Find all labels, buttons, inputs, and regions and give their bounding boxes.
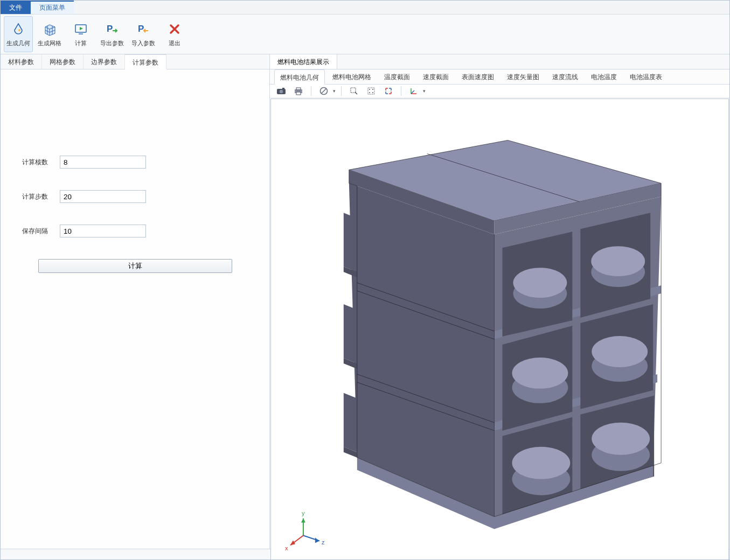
3d-viewport[interactable]: y x z bbox=[270, 99, 729, 560]
svg-point-53 bbox=[592, 336, 648, 367]
ribbon-export-params[interactable]: P 导出参数 bbox=[98, 16, 127, 52]
droplet-icon bbox=[10, 21, 26, 37]
print-icon[interactable] bbox=[291, 85, 305, 97]
ribbon-import-params[interactable]: P 导入参数 bbox=[129, 16, 158, 52]
compute-button[interactable]: 计算 bbox=[38, 259, 232, 273]
p-import-icon: P bbox=[135, 21, 151, 37]
p-export-icon: P bbox=[104, 21, 120, 37]
tab-result-display[interactable]: 燃料电池结果展示 bbox=[270, 54, 337, 69]
tab-temp-section[interactable]: 温度截面 bbox=[379, 69, 415, 84]
svg-point-57 bbox=[512, 447, 570, 479]
result-outer-tabs: 燃料电池结果展示 bbox=[270, 54, 729, 69]
svg-line-12 bbox=[322, 89, 326, 94]
svg-rect-13 bbox=[351, 88, 356, 93]
svg-marker-32 bbox=[344, 304, 357, 363]
menu-file[interactable]: 文件 bbox=[1, 1, 31, 14]
tab-mesh[interactable]: 燃料电池网格 bbox=[327, 69, 377, 84]
interval-label: 保存间隔 bbox=[22, 227, 60, 236]
tab-batt-temp-table[interactable]: 电池温度表 bbox=[624, 69, 668, 84]
axes-icon[interactable] bbox=[407, 85, 421, 97]
svg-text:y: y bbox=[302, 510, 305, 516]
svg-point-0 bbox=[18, 29, 20, 31]
svg-text:x: x bbox=[285, 545, 288, 552]
svg-text:z: z bbox=[322, 539, 325, 545]
menu-page[interactable]: 页面菜单 bbox=[31, 1, 74, 14]
tab-vel-stream[interactable]: 速度流线 bbox=[547, 69, 583, 84]
tab-surf-vel[interactable]: 表面速度图 bbox=[456, 69, 499, 84]
svg-point-6 bbox=[280, 90, 283, 93]
tab-material-params[interactable]: 材料参数 bbox=[1, 54, 42, 69]
svg-point-18 bbox=[369, 92, 370, 93]
ribbon-compute[interactable]: 计算 bbox=[66, 16, 95, 52]
camera-icon[interactable] bbox=[274, 85, 288, 97]
tab-vel-vector[interactable]: 速度矢量图 bbox=[502, 69, 545, 84]
cores-input[interactable] bbox=[60, 156, 146, 169]
play-monitor-icon bbox=[73, 21, 89, 37]
svg-point-17 bbox=[372, 89, 373, 90]
menu-bar: 文件 页面菜单 bbox=[1, 1, 729, 15]
svg-point-47 bbox=[591, 246, 645, 276]
svg-line-14 bbox=[355, 92, 357, 94]
zoom-box-icon[interactable] bbox=[347, 85, 361, 97]
svg-point-59 bbox=[592, 423, 650, 455]
geometry-model: y x z bbox=[271, 99, 728, 560]
tab-boundary-params[interactable]: 边界参数 bbox=[84, 54, 125, 69]
tab-mesh-params[interactable]: 网格参数 bbox=[42, 54, 84, 69]
reset-view-icon[interactable] bbox=[381, 85, 395, 97]
tab-compute-params[interactable]: 计算参数 bbox=[125, 54, 166, 69]
steps-input[interactable] bbox=[60, 190, 146, 203]
viewer-toolbar: ▾ ▾ bbox=[270, 85, 729, 98]
no-entry-icon[interactable] bbox=[317, 85, 331, 97]
right-panel: 燃料电池结果展示 燃料电池几何 燃料电池网格 温度截面 速度截面 表面速度图 速… bbox=[270, 54, 729, 549]
svg-text:P: P bbox=[107, 24, 113, 34]
zoom-extents-icon[interactable] bbox=[364, 85, 378, 97]
svg-rect-7 bbox=[282, 88, 284, 89]
tab-geometry[interactable]: 燃料电池几何 bbox=[274, 69, 325, 85]
close-x-icon bbox=[166, 21, 183, 37]
svg-point-45 bbox=[513, 268, 567, 298]
result-inner-tabs: 燃料电池几何 燃料电池网格 温度截面 速度截面 表面速度图 速度矢量图 速度流线… bbox=[270, 69, 729, 85]
ribbon-generate-mesh[interactable]: 生成网格 bbox=[35, 16, 64, 52]
svg-marker-63 bbox=[301, 519, 305, 523]
svg-rect-15 bbox=[368, 88, 374, 94]
left-tabs: 材料参数 网格参数 边界参数 计算参数 bbox=[1, 54, 269, 69]
ribbon: 生成几何 生成网格 计算 P 导出参数 P 导入参数 退出 bbox=[1, 15, 729, 54]
ribbon-exit[interactable]: 退出 bbox=[160, 16, 189, 52]
mesh-cube-icon bbox=[41, 21, 58, 37]
svg-line-22 bbox=[411, 90, 414, 94]
svg-point-16 bbox=[369, 89, 370, 90]
left-body: 计算核数 计算步数 保存间隔 计算 bbox=[1, 69, 269, 549]
axis-triad: y x z bbox=[285, 510, 325, 552]
svg-marker-30 bbox=[344, 213, 357, 272]
cores-label: 计算核数 bbox=[22, 158, 60, 167]
ribbon-generate-geometry[interactable]: 生成几何 bbox=[4, 16, 33, 52]
svg-rect-10 bbox=[296, 92, 301, 95]
svg-marker-34 bbox=[344, 393, 357, 452]
content-area: 材料参数 网格参数 边界参数 计算参数 计算核数 计算步数 保存间隔 计算 bbox=[1, 54, 729, 549]
svg-point-19 bbox=[372, 92, 373, 93]
left-panel: 材料参数 网格参数 边界参数 计算参数 计算核数 计算步数 保存间隔 计算 bbox=[1, 54, 270, 549]
svg-point-51 bbox=[512, 358, 568, 389]
tab-vel-section[interactable]: 速度截面 bbox=[418, 69, 454, 84]
tab-batt-temp[interactable]: 电池温度 bbox=[586, 69, 622, 84]
svg-text:P: P bbox=[138, 24, 144, 34]
interval-input[interactable] bbox=[60, 225, 146, 237]
steps-label: 计算步数 bbox=[22, 192, 60, 201]
